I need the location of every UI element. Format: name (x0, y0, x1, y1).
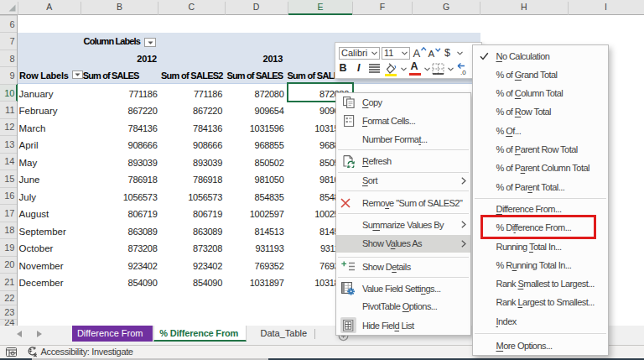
svg-text:.0: .0 (460, 69, 466, 76)
